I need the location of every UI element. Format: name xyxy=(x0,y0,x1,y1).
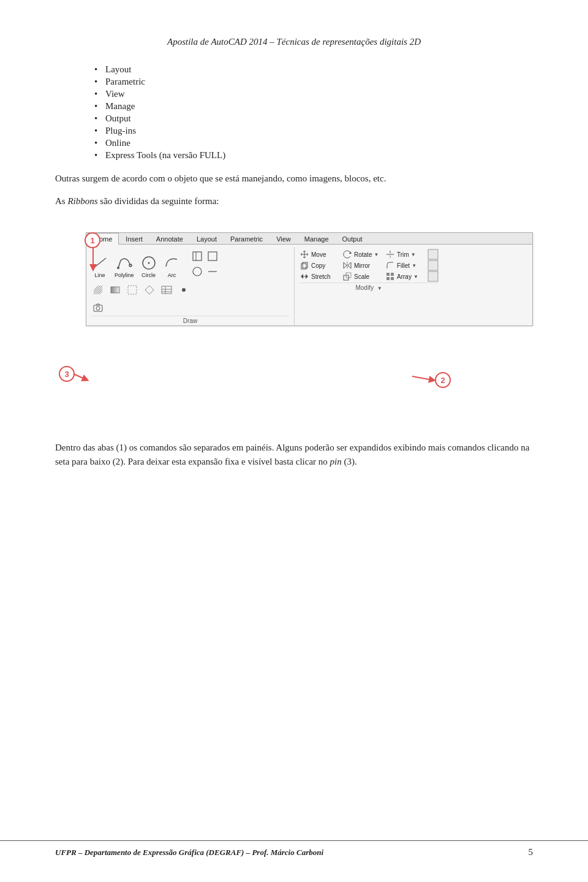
list-item: Parametric xyxy=(92,77,533,87)
list-item: View xyxy=(92,89,533,99)
svg-line-45 xyxy=(74,374,86,379)
paragraph-ribbons: As Ribbons são divididas da seguinte for… xyxy=(55,194,533,208)
bullet-list: Layout Parametric View Manage Output Plu… xyxy=(92,64,533,161)
list-item: Express Tools (na versão FULL) xyxy=(92,150,533,161)
header-title: Apostila de AutoCAD 2014 – Técnicas de r… xyxy=(167,37,421,47)
list-item: Manage xyxy=(92,101,533,112)
page-number: 5 xyxy=(529,847,533,857)
list-item: Output xyxy=(92,113,533,124)
list-item: Layout xyxy=(92,64,533,75)
paragraph-description: Dentro das abas (1) os comandos são sepa… xyxy=(55,441,533,468)
footer: UFPR – Departamento de Expressão Gráfica… xyxy=(0,840,588,857)
list-item: Plug-ins xyxy=(92,126,533,136)
footer-text: UFPR – Departamento de Expressão Gráfica… xyxy=(55,848,323,857)
paragraph-objects: Outras surgem de acordo com o objeto que… xyxy=(55,172,533,186)
page-header: Apostila de AutoCAD 2014 – Técnicas de r… xyxy=(55,37,533,47)
list-item: Online xyxy=(92,138,533,148)
ribbon-diagram: 1 Home Insert Annotate Layout Parametric… xyxy=(55,232,533,422)
svg-line-44 xyxy=(412,376,432,380)
arrow-3 xyxy=(55,232,178,416)
